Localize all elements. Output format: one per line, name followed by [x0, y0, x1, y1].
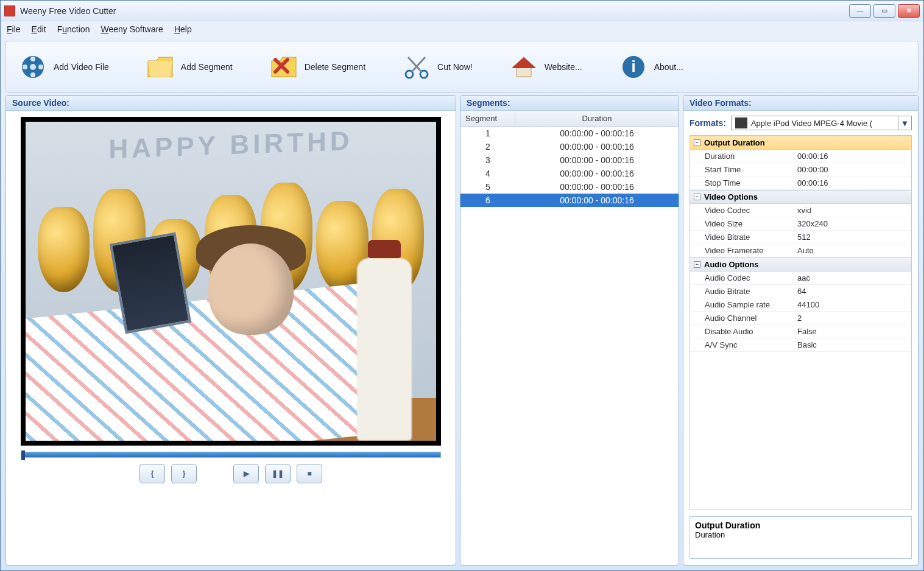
cut-now-button[interactable]: Cut Now! [402, 52, 473, 82]
table-row[interactable]: 100:00:00 - 00:00:16 [460, 127, 679, 140]
add-video-file-button[interactable]: Add Video File [18, 52, 109, 82]
col-segment[interactable]: Segment [460, 111, 515, 126]
main-area: Source Video: HAPPY BIRTHD [1, 95, 923, 570]
panel-header-formats: Video Formats: [683, 96, 918, 111]
prop-row[interactable]: Audio Sample rate44100 [690, 298, 911, 312]
prop-key: Audio Sample rate [690, 298, 794, 311]
table-row[interactable]: 400:00:00 - 00:00:16 [460, 167, 679, 180]
formats-dropdown[interactable]: Apple iPod Video MPEG-4 Movie ( ▾ [731, 116, 912, 130]
prop-row[interactable]: Audio Codecaac [690, 271, 911, 285]
table-row[interactable]: 200:00:00 - 00:00:16 [460, 140, 679, 153]
prop-row[interactable]: Stop Time00:00:16 [690, 177, 911, 190]
video-preview[interactable]: HAPPY BIRTHD [21, 117, 441, 446]
group-video-options[interactable]: − Video Options [690, 190, 911, 204]
segment-id: 3 [460, 153, 515, 167]
prop-value: aac [794, 271, 911, 284]
about-button[interactable]: i About... [619, 52, 683, 82]
menu-weeny-software[interactable]: Weeny Software [101, 24, 163, 34]
svg-point-2 [30, 57, 35, 61]
prop-value: 512 [794, 231, 911, 243]
group-output-duration[interactable]: − Output Duration [690, 136, 911, 150]
prop-value: 00:00:16 [794, 150, 911, 163]
description-title: Output Duration [695, 520, 906, 530]
collapse-icon[interactable]: − [694, 261, 700, 268]
toolbar-label: About... [654, 62, 683, 72]
app-window: Weeny Free Video Cutter — ▭ ✕ File Edit … [0, 0, 924, 571]
seek-fill [21, 452, 440, 457]
svg-point-5 [38, 65, 43, 69]
pause-icon: ❚❚ [272, 469, 284, 478]
titlebar: Weeny Free Video Cutter — ▭ ✕ [1, 1, 923, 21]
window-controls: — ▭ ✕ [849, 4, 920, 18]
add-segment-button[interactable]: Add Segment [146, 52, 233, 82]
group-label: Audio Options [704, 260, 759, 269]
film-reel-icon [18, 52, 48, 82]
segments-header-row: Segment Duration [460, 111, 679, 127]
video-formats-panel: Video Formats: Formats: Apple iPod Video… [683, 95, 919, 566]
seek-bar[interactable] [21, 452, 441, 458]
maximize-button[interactable]: ▭ [873, 4, 895, 18]
menu-help[interactable]: Help [174, 24, 192, 34]
prop-key: Video Codec [690, 204, 794, 217]
minimize-icon: — [857, 7, 864, 15]
prop-key: Video Size [690, 217, 794, 230]
formats-label: Formats: [689, 118, 726, 128]
play-button[interactable]: ▶ [233, 464, 259, 483]
table-row[interactable]: 600:00:00 - 00:00:16 [460, 194, 679, 207]
group-audio-options[interactable]: − Audio Options [690, 257, 911, 271]
prop-row[interactable]: Video Bitrate512 [690, 231, 911, 244]
panel-header-segments: Segments: [460, 96, 679, 111]
menu-function[interactable]: Function [57, 24, 90, 34]
play-icon: ▶ [244, 469, 249, 478]
properties-grid: − Output Duration Duration00:00:16 Start… [689, 135, 912, 510]
pause-button[interactable]: ❚❚ [265, 464, 291, 483]
stop-button[interactable]: ■ [297, 464, 322, 483]
formats-bar: Formats: Apple iPod Video MPEG-4 Movie (… [683, 111, 918, 135]
prop-value: Auto [794, 244, 911, 257]
prop-row[interactable]: Video FramerateAuto [690, 244, 911, 257]
prop-row[interactable]: Start Time00:00:00 [690, 163, 911, 177]
table-row[interactable]: 300:00:00 - 00:00:16 [460, 153, 679, 167]
collapse-icon[interactable]: − [694, 139, 700, 146]
bracket-close-icon: } [183, 469, 186, 478]
info-icon: i [619, 52, 648, 82]
close-button[interactable]: ✕ [898, 4, 920, 18]
segment-id: 6 [460, 194, 515, 207]
segment-id: 2 [460, 140, 515, 153]
segments-panel: Segments: Segment Duration 100:00:00 - 0… [460, 95, 679, 566]
prop-key: Audio Bitrate [690, 285, 794, 298]
website-button[interactable]: Website... [509, 52, 582, 82]
svg-point-4 [23, 65, 27, 69]
delete-segment-button[interactable]: Delete Segment [269, 52, 365, 82]
table-row[interactable]: 500:00:00 - 00:00:16 [460, 180, 679, 194]
app-icon [4, 5, 15, 16]
prop-row[interactable]: Duration00:00:16 [690, 150, 911, 163]
mark-in-button[interactable]: { [139, 464, 165, 483]
source-video-panel: Source Video: HAPPY BIRTHD [5, 95, 456, 566]
prop-row[interactable]: Video Codecxvid [690, 204, 911, 217]
window-title: Weeny Free Video Cutter [20, 6, 116, 16]
prop-row[interactable]: Audio Channel2 [690, 312, 911, 325]
prop-row[interactable]: Audio Bitrate64 [690, 285, 911, 298]
col-duration[interactable]: Duration [515, 111, 679, 126]
segment-id: 5 [460, 180, 515, 194]
svg-point-1 [30, 64, 36, 70]
collapse-icon[interactable]: − [694, 194, 700, 200]
panel-header-source: Source Video: [6, 96, 456, 111]
prop-value: 320x240 [794, 217, 911, 230]
prop-row[interactable]: Video Size320x240 [690, 217, 911, 231]
prop-row[interactable]: A/V SyncBasic [690, 338, 911, 352]
svg-point-3 [30, 72, 35, 77]
minimize-button[interactable]: — [849, 4, 871, 18]
prop-value: 44100 [794, 298, 911, 311]
mark-out-button[interactable]: } [171, 464, 197, 483]
segment-duration: 00:00:00 - 00:00:16 [515, 194, 679, 207]
toolbar-label: Add Video File [54, 62, 109, 72]
maximize-icon: ▭ [881, 7, 887, 15]
toolbar-label: Add Segment [181, 62, 233, 72]
menu-file[interactable]: File [7, 24, 21, 34]
bracket-open-icon: { [151, 469, 154, 478]
seek-thumb[interactable] [21, 450, 25, 460]
menu-edit[interactable]: Edit [32, 24, 46, 34]
prop-row[interactable]: Disable AudioFalse [690, 325, 911, 338]
